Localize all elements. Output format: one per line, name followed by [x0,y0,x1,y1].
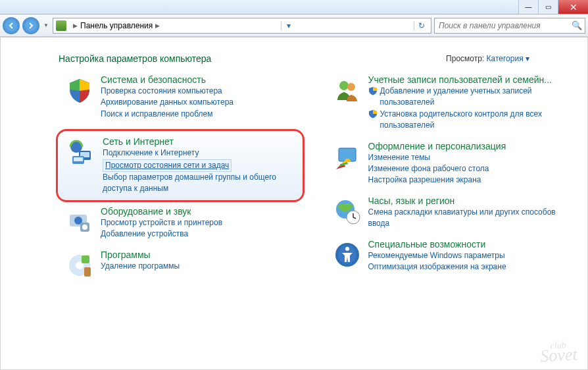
ease-of-access-icon [331,239,363,271]
highlighted-category: Сеть и Интернет Подключение к Интернету … [56,129,305,202]
forward-button[interactable] [22,17,39,34]
category-link[interactable]: Смена раскладки клавиатуры или других сп… [368,207,576,230]
category-appearance: Оформление и персонализация Изменение те… [331,141,576,186]
category-title[interactable]: Специальные возможности [368,239,576,250]
category-link[interactable]: Подключение к Интернету [103,147,297,159]
hardware-sound-icon [64,206,95,238]
chevron-right-icon[interactable]: ▶ [155,22,160,29]
svg-rect-11 [82,255,89,263]
system-security-icon [64,74,95,106]
category-title[interactable]: Часы, язык и регион [368,196,576,206]
category-clock-language: Часы, язык и регион Смена раскладки клав… [331,196,576,230]
programs-icon [64,250,95,281]
category-network-internet: Сеть и Интернет Подключение к Интернету … [66,136,297,195]
watermark: club Sovet [539,341,577,364]
maximize-button[interactable]: ▭ [538,0,558,14]
svg-point-21 [345,247,349,251]
category-title[interactable]: Система и безопасность [101,74,308,85]
chevron-right-icon: ▶ [73,22,78,29]
category-link[interactable]: Удаление программы [101,261,308,272]
viewby-dropdown[interactable]: Категория ▾ [487,54,529,63]
category-link[interactable]: Добавление устройства [101,228,308,240]
svg-point-8 [82,225,87,230]
category-link[interactable]: Оптимизация изображения на экране [368,261,576,273]
category-system-security: Система и безопасность Проверка состояни… [64,74,308,120]
history-dropdown-icon[interactable]: ▼ [42,22,50,28]
category-link[interactable]: Проверка состояния компьютера [101,86,308,97]
category-link[interactable]: Добавление и удаление учетных записей по… [368,86,576,109]
shield-icon [368,109,378,119]
back-button[interactable] [3,17,20,34]
content-area: Настройка параметров компьютера Просмотр… [0,37,588,370]
address-dropdown-icon[interactable]: ▾ [281,21,295,30]
category-link[interactable]: Просмотр устройств и принтеров [101,217,308,228]
svg-rect-4 [74,157,83,161]
right-column: Учетные записи пользователей и семейн...… [331,74,576,290]
search-box[interactable]: 🔍 [434,18,585,34]
category-link[interactable]: Поиск и исправление проблем [101,109,308,120]
refresh-icon[interactable]: ↻ [414,21,428,30]
category-link[interactable]: Изменение фона рабочего стола [368,163,576,174]
category-title[interactable]: Оборудование и звук [101,206,308,217]
clock-language-icon [331,196,363,227]
view-by: Просмотр: Категория ▾ [446,54,529,63]
category-link[interactable]: Выбор параметров домашней группы и общег… [103,172,297,195]
navbar: ▼ ▶ Панель управления ▶ ▾ ↻ 🔍 [0,14,588,37]
breadcrumb-item[interactable]: Панель управления [80,21,153,30]
category-ease-of-access: Специальные возможности Рекомендуемые Wi… [331,239,576,273]
control-panel-icon [56,20,66,31]
category-link[interactable]: Рекомендуемые Windows параметры [368,250,576,261]
appearance-icon [331,141,363,172]
viewby-label: Просмотр: [446,54,484,63]
category-hardware-sound: Оборудование и звук Просмотр устройств и… [64,206,308,240]
category-programs: Программы Удаление программы [64,250,308,281]
minimize-button[interactable]: — [518,0,538,14]
category-title[interactable]: Оформление и персонализация [368,141,576,151]
category-link[interactable]: Настройка разрешения экрана [368,174,576,186]
user-accounts-icon [331,74,363,106]
category-link[interactable]: Архивирование данных компьютера [101,97,308,108]
page-title: Настройка параметров компьютера [59,53,211,64]
search-icon[interactable]: 🔍 [569,20,585,30]
category-title[interactable]: Сеть и Интернет [103,136,297,147]
category-link[interactable]: Установка родительского контроля для все… [368,109,576,132]
category-title[interactable]: Программы [101,250,308,260]
search-input[interactable] [435,21,569,30]
category-title[interactable]: Учетные записи пользователей и семейн... [368,74,576,85]
network-internet-icon [66,136,97,168]
category-link[interactable]: Изменение темы [368,152,576,163]
svg-point-13 [339,81,349,90]
titlebar: — ▭ ✕ [0,0,588,14]
svg-rect-12 [84,267,91,277]
shield-icon [368,86,378,95]
svg-point-14 [347,83,355,91]
left-column: Система и безопасность Проверка состояни… [64,74,308,290]
category-link-hovered[interactable]: Просмотр состояния сети и задач [103,159,297,172]
category-user-accounts: Учетные записи пользователей и семейн...… [331,74,576,132]
address-bar[interactable]: ▶ Панель управления ▶ ▾ ↻ [53,18,431,34]
close-button[interactable]: ✕ [558,0,588,14]
